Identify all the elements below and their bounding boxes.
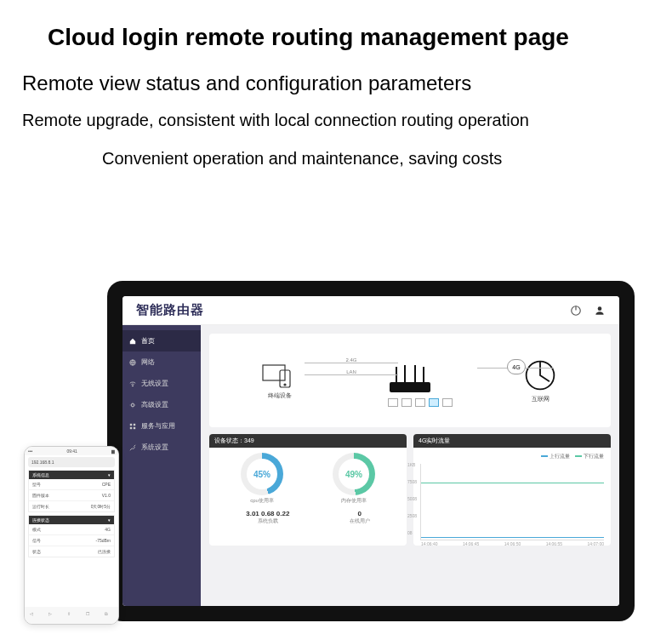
sidebar-item-services[interactable]: 服务与应用 [122, 415, 201, 437]
sidebar-item-home[interactable]: 首页 [122, 330, 201, 351]
load-stat: 3.01 0.68 0.22 系统负载 [246, 510, 289, 525]
sidebar-item-label: 网络 [141, 357, 155, 367]
gear-icon [129, 402, 136, 409]
topology-diagram: 终端设备 2.4G LAN 4G [209, 334, 611, 427]
sidebar-item-label: 系统设置 [141, 443, 168, 452]
phone-frame: ••• 09:41 ▆ 192.168.8.1 系统信息▾ 型号CPE 固件版本… [24, 446, 119, 625]
port-3 [415, 398, 425, 407]
back-icon[interactable]: ◁ [30, 611, 38, 620]
svg-rect-13 [390, 382, 430, 392]
page-sub2: Remote upgrade, consistent with local co… [22, 111, 672, 130]
phone-time: 09:41 [66, 449, 77, 454]
battery-icon: ▆ [111, 449, 115, 454]
forward-icon[interactable]: ▷ [48, 611, 57, 620]
port-1 [388, 398, 398, 407]
traffic-card-head: 4G实时流量 [413, 434, 611, 448]
bookmark-icon[interactable]: ☐ [86, 611, 94, 620]
home-icon [129, 338, 136, 345]
online-stat: 0 在线用户 [350, 510, 370, 525]
port-5 [442, 398, 453, 407]
list-item: 信号-75dBm [29, 535, 114, 546]
badge-4g: 4G [507, 359, 526, 374]
port-row [388, 398, 453, 407]
phone-statusbar: ••• 09:41 ▆ [25, 447, 118, 455]
sidebar-item-advanced[interactable]: 高级设置 [122, 394, 201, 415]
stats-card: 设备状态：349 45% cpu使用率 49% 内存使用率 [209, 434, 407, 546]
svg-point-2 [598, 306, 602, 311]
stats-card-title: 设备状态：349 [209, 434, 407, 448]
terminal-node: 终端设备 [261, 362, 299, 400]
link-lan: LAN [305, 374, 398, 380]
phone-section-2: 连接状态▾ 模式4G 信号-75dBm 状态已连接 [28, 515, 115, 557]
sidebar: 首页 网络 无线设置 高级设置 服务与应用 [122, 325, 201, 606]
wifi-icon [129, 380, 136, 387]
terminal-label: 终端设备 [268, 391, 292, 400]
svg-rect-8 [130, 426, 132, 428]
user-icon[interactable] [594, 305, 606, 317]
traffic-chart: 1KB 7508 5008 2508 08 14:06:40 14:06:45 … [420, 464, 604, 540]
svg-point-5 [131, 403, 134, 406]
laptop-frame: 智能路由器 首页 网络 无线设置 [107, 281, 635, 621]
port-2 [401, 398, 412, 407]
app-brand: 智能路由器 [136, 302, 204, 318]
internet-node: 互联网 [521, 358, 559, 403]
svg-point-12 [284, 384, 286, 386]
internet-icon [521, 358, 559, 392]
grid-icon [129, 423, 136, 430]
link-24g: 2.4G [305, 363, 398, 369]
mem-gauge: 49% 内存使用率 [333, 453, 375, 505]
sidebar-item-system[interactable]: 系统设置 [122, 437, 201, 458]
svg-rect-7 [134, 423, 135, 425]
series-up [421, 537, 604, 538]
signal-icon: ••• [28, 449, 32, 454]
page-sub1: Remote view status and configuration par… [22, 71, 672, 95]
svg-rect-6 [130, 423, 132, 425]
svg-rect-9 [134, 426, 135, 428]
traffic-card: 4G实时流量 上行流量 下行流量 1KB 7508 5008 2508 08 [413, 434, 611, 546]
list-item: 固件版本V1.0 [29, 490, 114, 501]
topbar-actions [570, 305, 606, 317]
wrench-icon [129, 444, 136, 451]
cpu-gauge: 45% cpu使用率 [241, 453, 283, 505]
sidebar-item-network[interactable]: 网络 [122, 351, 201, 373]
share-icon[interactable]: ⇧ [67, 611, 76, 620]
sidebar-item-label: 高级设置 [141, 400, 168, 409]
internet-label: 互联网 [532, 395, 550, 403]
router-icon [384, 363, 436, 397]
page-headline: Cloud login remote routing management pa… [48, 24, 672, 51]
svg-point-4 [132, 385, 133, 386]
phone-section-1: 系统信息▾ 型号CPE 固件版本V1.0 运行时长0天0时5分 [28, 470, 115, 512]
sidebar-item-label: 无线设置 [141, 379, 168, 388]
phone-urlbar[interactable]: 192.168.8.1 [28, 457, 115, 467]
laptop-screen: 智能路由器 首页 网络 无线设置 [122, 296, 619, 606]
router-node [384, 363, 436, 397]
series-down [421, 483, 604, 483]
sidebar-item-wireless[interactable]: 无线设置 [122, 373, 201, 394]
list-item: 型号CPE [29, 479, 114, 490]
topbar: 智能路由器 [122, 296, 619, 325]
port-4 [429, 398, 439, 407]
phone-toolbar: ◁ ▷ ⇧ ☐ ⧉ [25, 607, 118, 624]
sidebar-item-label: 服务与应用 [141, 421, 175, 431]
list-item: 状态已连接 [29, 546, 114, 557]
content-area: 终端设备 2.4G LAN 4G [201, 325, 619, 606]
sidebar-item-label: 首页 [141, 336, 155, 346]
page-sub3: Convenient operation and maintenance, sa… [102, 149, 672, 169]
tabs-icon[interactable]: ⧉ [105, 611, 113, 620]
traffic-legend: 上行流量 下行流量 [420, 453, 604, 460]
list-item: 模式4G [29, 524, 114, 535]
power-icon[interactable] [570, 305, 582, 317]
devices-icon [261, 362, 299, 389]
list-item: 运行时长0天0时5分 [29, 501, 114, 511]
globe-icon [129, 359, 136, 366]
svg-rect-10 [263, 365, 285, 380]
